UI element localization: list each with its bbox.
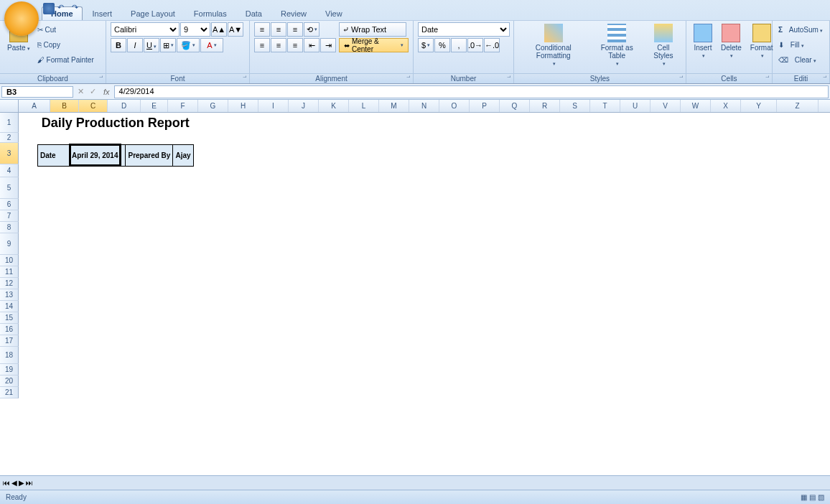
cell[interactable] — [38, 133, 194, 144]
row-header-18[interactable]: 18 — [0, 347, 19, 364]
row-header-11[interactable]: 11 — [0, 266, 19, 278]
col-header-J[interactable]: J — [289, 100, 319, 112]
cell[interactable]: Ajay — [173, 144, 193, 166]
col-header-E[interactable]: E — [141, 100, 168, 112]
format-as-table-button[interactable]: Format as Table — [591, 22, 643, 68]
indent-decrease-button[interactable]: ⇤ — [304, 38, 320, 52]
row-header-5[interactable]: 5 — [0, 177, 19, 199]
insert-cells-button[interactable]: Insert — [691, 22, 715, 60]
wrap-text-button[interactable]: ⤶ Wrap Text — [339, 22, 406, 37]
align-left-button[interactable]: ≡ — [254, 38, 270, 52]
col-header-I[interactable]: I — [258, 100, 289, 112]
tab-insert[interactable]: Insert — [84, 7, 121, 20]
row-header-14[interactable]: 14 — [0, 301, 19, 312]
col-header-X[interactable]: X — [711, 100, 741, 112]
row-header-9[interactable]: 9 — [0, 233, 19, 255]
cell[interactable] — [121, 144, 126, 166]
redo-icon[interactable]: ↷ — [72, 3, 83, 14]
fill-color-button[interactable]: 🪣 — [177, 38, 200, 52]
cell[interactable]: Daily Production Report — [38, 113, 194, 133]
next-sheet-button[interactable]: ▶ — [19, 479, 24, 487]
col-header-N[interactable]: N — [409, 100, 439, 112]
cell[interactable]: April 29, 2014 — [70, 144, 121, 166]
italic-button[interactable]: I — [127, 38, 143, 52]
tab-review[interactable]: Review — [272, 7, 315, 20]
row-header-4[interactable]: 4 — [0, 164, 19, 177]
orientation-button[interactable]: ⟲ — [304, 22, 320, 37]
fill-button[interactable]: ⬇ Fill — [777, 37, 824, 52]
row-header-16[interactable]: 16 — [0, 324, 19, 335]
col-header-P[interactable]: P — [470, 100, 500, 112]
col-header-Y[interactable]: Y — [741, 100, 777, 112]
border-button[interactable]: ⊞ — [160, 38, 176, 52]
row-header-12[interactable]: 12 — [0, 278, 19, 289]
row-header-8[interactable]: 8 — [0, 222, 19, 233]
save-icon[interactable] — [43, 3, 55, 14]
col-header-F[interactable]: F — [168, 100, 198, 112]
row-header-1[interactable]: 1 — [0, 113, 19, 133]
col-header-S[interactable]: S — [560, 100, 590, 112]
col-header-V[interactable]: V — [651, 100, 681, 112]
row-header-19[interactable]: 19 — [0, 364, 19, 375]
clear-button[interactable]: ⌫ Clear — [777, 52, 824, 67]
col-header-H[interactable]: H — [228, 100, 258, 112]
prev-sheet-button[interactable]: ◀ — [11, 479, 17, 487]
col-header-Q[interactable]: Q — [500, 100, 530, 112]
cell[interactable]: Prepared By — [126, 144, 173, 166]
bold-button[interactable]: B — [111, 38, 126, 52]
view-layout-icon[interactable]: ▤ — [809, 493, 816, 501]
tab-formulas[interactable]: Formulas — [185, 7, 236, 20]
decrease-decimal-button[interactable]: ←.0 — [484, 38, 500, 52]
tab-data[interactable]: Data — [237, 7, 271, 20]
row-header-2[interactable]: 2 — [0, 133, 19, 143]
office-button[interactable] — [4, 1, 39, 36]
tab-view[interactable]: View — [317, 7, 351, 20]
shrink-font-button[interactable]: A▼ — [228, 22, 243, 37]
enter-formula-icon[interactable]: ✓ — [87, 87, 99, 96]
row-header-6[interactable]: 6 — [0, 199, 19, 210]
align-top-button[interactable]: ≡ — [254, 22, 270, 37]
format-cells-button[interactable]: Format — [747, 22, 776, 60]
col-header-G[interactable]: G — [198, 100, 228, 112]
grow-font-button[interactable]: A▲ — [211, 22, 227, 37]
font-color-button[interactable]: A — [200, 38, 223, 52]
select-all-corner[interactable] — [0, 100, 19, 113]
col-header-Z[interactable]: Z — [777, 100, 819, 112]
row-header-13[interactable]: 13 — [0, 289, 19, 301]
indent-increase-button[interactable]: ⇥ — [320, 38, 336, 52]
align-center-button[interactable]: ≡ — [271, 38, 286, 52]
view-pagebreak-icon[interactable]: ▧ — [818, 493, 824, 501]
view-normal-icon[interactable]: ▦ — [801, 493, 807, 501]
increase-decimal-button[interactable]: .0→ — [467, 38, 483, 52]
first-sheet-button[interactable]: ⏮ — [3, 479, 10, 487]
col-header-C[interactable]: C — [79, 100, 108, 112]
name-box[interactable]: B3 — [1, 86, 73, 98]
fx-icon[interactable]: fx — [99, 88, 114, 96]
cell[interactable]: Date — [38, 144, 70, 166]
col-header-M[interactable]: M — [379, 100, 409, 112]
last-sheet-button[interactable]: ⏭ — [26, 479, 33, 487]
font-size-combo[interactable]: 9 — [180, 22, 210, 37]
col-header-O[interactable]: O — [439, 100, 470, 112]
align-middle-button[interactable]: ≡ — [271, 22, 286, 37]
cut-button[interactable]: ✂Cut — [36, 22, 95, 37]
row-header-20[interactable]: 20 — [0, 375, 19, 387]
col-header-U[interactable]: U — [620, 100, 651, 112]
undo-icon[interactable]: ↶ — [57, 3, 69, 14]
currency-button[interactable]: $ — [418, 38, 434, 52]
merge-center-button[interactable]: ⬌Merge & Center — [339, 38, 409, 52]
autosum-button[interactable]: Σ AutoSum — [777, 22, 824, 37]
row-header-10[interactable]: 10 — [0, 255, 19, 266]
format-painter-button[interactable]: 🖌Format Painter — [36, 52, 95, 67]
cell-styles-button[interactable]: Cell Styles — [645, 22, 681, 68]
align-right-button[interactable]: ≡ — [287, 38, 303, 52]
col-header-B[interactable]: B — [50, 100, 79, 112]
tab-page-layout[interactable]: Page Layout — [122, 7, 184, 20]
col-header-A[interactable]: A — [19, 100, 50, 112]
col-header-L[interactable]: L — [349, 100, 379, 112]
row-header-15[interactable]: 15 — [0, 312, 19, 324]
col-header-W[interactable]: W — [681, 100, 711, 112]
row-header-7[interactable]: 7 — [0, 210, 19, 222]
row-header-3[interactable]: 3 — [0, 143, 19, 164]
underline-button[interactable]: U — [144, 38, 159, 52]
